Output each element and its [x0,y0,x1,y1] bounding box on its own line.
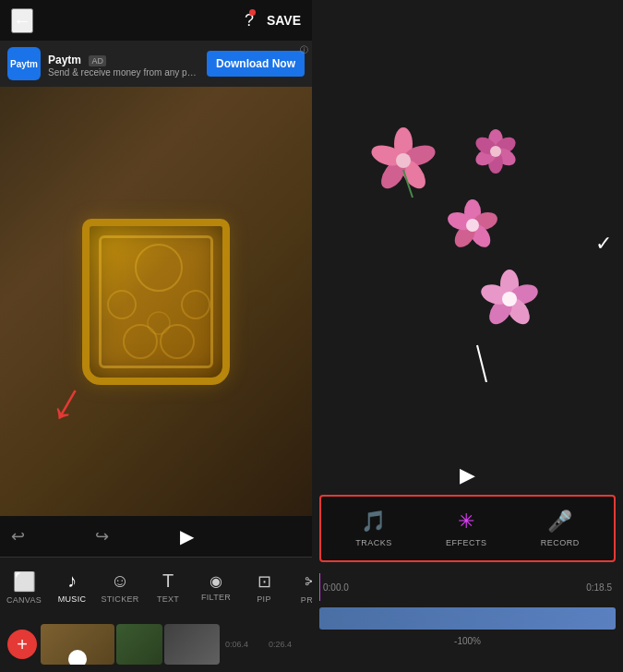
filter-label: FILTER [201,593,231,602]
svg-point-1 [108,291,136,318]
timeline-cursor [319,573,320,601]
redo-button[interactable]: ↪ [95,526,109,546]
filter-tool[interactable]: ◉ FILTER [192,572,240,602]
more-label: PRI... [301,595,312,605]
video-preview: ↓ [0,87,312,516]
text-label: TEXT [157,594,179,604]
record-label: RECORD [541,538,580,547]
more-tool[interactable]: ✂ PRI... [288,570,312,605]
save-button[interactable]: SAVE [267,13,301,28]
effects-action[interactable]: ✳ EFFECTS [446,510,487,547]
clip-3[interactable] [164,624,220,665]
right-timeline: 0:00.0 0:18.5 -100% [312,570,623,672]
tracks-action[interactable]: 🎵 TRACKS [355,510,392,547]
music-tool[interactable]: ♪ MUSIC [48,570,96,604]
download-button[interactable]: Download Now [207,51,305,77]
back-button[interactable]: ← [11,8,33,33]
effects-icon: ✳ [458,510,474,534]
flowers-svg [366,105,569,382]
help-icon[interactable]: ? [245,11,254,30]
svg-point-20 [490,146,501,157]
pip-icon: ⊡ [258,571,271,592]
text-icon: T [162,570,174,592]
canvas-tool[interactable]: ⬜ CANVAS [0,570,48,605]
ad-banner: Paytm Paytm AD Send & receive money from… [0,41,312,87]
timeline-cursor-row: 0:00.0 0:18.5 [319,573,616,601]
timeline-progress: 0:00.0 [323,582,349,593]
right-video-preview: ✓ ▶ [312,0,623,487]
ad-text: Paytm AD Send & receive money from any p… [48,51,199,78]
timeline-duration: 0:18.5 [586,582,612,593]
svg-point-0 [136,245,182,291]
right-bottom: 🎵 TRACKS ✳ EFFECTS 🎤 RECORD 0:00.0 0:18.… [312,487,623,672]
cup-visual [82,219,230,385]
cup-svg [94,231,223,383]
notification-dot [249,9,256,16]
timeline-time-end: 0:26.4 [269,640,292,649]
edit-toolbar: ↩ ↪ ▶ [0,516,312,557]
ad-info-icon: ⓘ [300,44,308,56]
svg-point-4 [161,325,194,358]
pip-tool[interactable]: ⊡ PIP [240,571,288,604]
flowers-scene [366,105,569,382]
sticker-label: STICKER [101,594,138,604]
zoom-indicator: -100% [319,636,616,646]
svg-point-32 [502,292,517,306]
play-button[interactable]: ▶ [180,525,194,547]
ad-logo: Paytm [7,47,41,80]
effects-label: EFFECTS [446,538,487,547]
music-icon: ♪ [67,570,77,592]
svg-point-3 [124,325,157,358]
svg-point-26 [466,219,479,232]
canvas-label: CANVAS [6,595,42,605]
video-preview-inner: ↓ [0,87,312,516]
top-bar: ← ? SAVE [0,0,312,41]
undo-button[interactable]: ↩ [11,526,25,546]
record-action[interactable]: 🎤 RECORD [541,510,580,547]
ad-tag: AD [89,55,106,66]
clip-thumb [68,650,87,665]
tracks-label: TRACKS [355,538,392,547]
ad-title: Paytm AD [48,51,199,67]
top-bar-right: ? SAVE [245,11,301,30]
timeline-clips: 0:06.4 0:26.4 [41,621,305,667]
svg-point-12 [396,153,411,168]
canvas-icon: ⬜ [13,570,36,593]
left-panel: ← ? SAVE Paytm Paytm AD Send & receive m… [0,0,312,672]
filter-icon: ◉ [210,572,222,590]
music-label: MUSIC [58,594,87,604]
clip-2[interactable] [116,624,162,665]
right-panel: ✓ ▶ 🎵 TRACKS ✳ EFFECTS 🎤 RECORD 0:00.0 [312,0,623,672]
tracks-icon: 🎵 [361,510,386,534]
svg-point-2 [182,291,210,318]
pip-label: PIP [257,594,270,604]
ad-subtitle: Send & receive money from any phone ... [48,67,199,78]
svg-point-5 [148,312,170,334]
scissors-icon: ✂ [305,570,313,593]
action-panel: 🎵 TRACKS ✳ EFFECTS 🎤 RECORD [319,495,616,562]
microphone-icon: 🎤 [547,510,572,534]
right-clip-row [319,605,616,632]
confirm-button[interactable]: ✓ [595,232,612,256]
sticker-tool[interactable]: ☺ STICKER [96,570,144,604]
editing-tools-bar: ⬜ CANVAS ♪ MUSIC ☺ STICKER T TEXT ◉ FILT… [0,557,312,617]
text-tool[interactable]: T TEXT [144,570,192,604]
clip-1[interactable] [41,624,114,665]
timeline-time-start: 0:06.4 [225,640,248,649]
flowers-background [366,105,569,382]
right-clip[interactable] [319,607,616,630]
timeline: + 0:06.4 0:26.4 [0,617,312,672]
right-play-indicator: ▶ [460,463,475,487]
sticker-icon: ☺ [111,570,129,592]
add-clip-button[interactable]: + [7,630,37,659]
